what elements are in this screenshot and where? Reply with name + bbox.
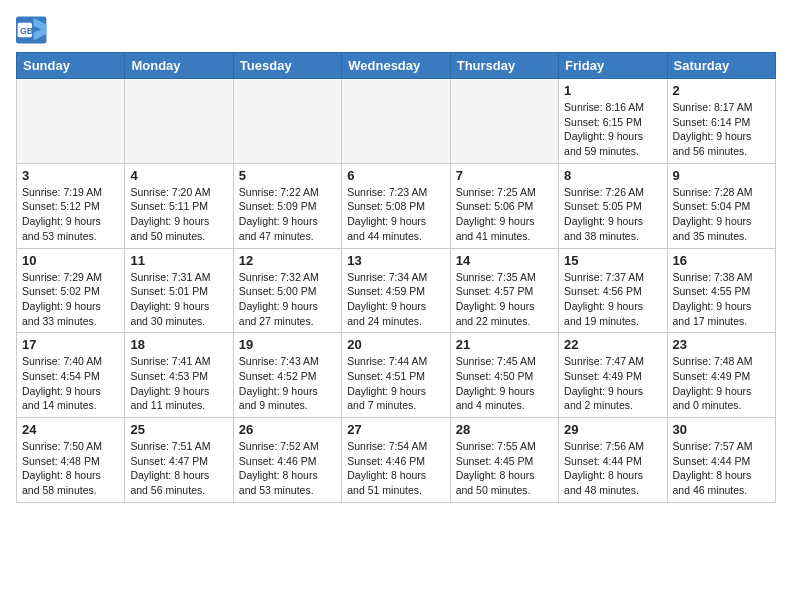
day-info: Sunrise: 7:57 AM Sunset: 4:44 PM Dayligh…: [673, 439, 770, 498]
weekday-header-thursday: Thursday: [450, 53, 558, 79]
calendar-cell: [233, 79, 341, 164]
calendar-cell: 25Sunrise: 7:51 AM Sunset: 4:47 PM Dayli…: [125, 418, 233, 503]
calendar-cell: 13Sunrise: 7:34 AM Sunset: 4:59 PM Dayli…: [342, 248, 450, 333]
day-info: Sunrise: 7:28 AM Sunset: 5:04 PM Dayligh…: [673, 185, 770, 244]
day-number: 5: [239, 168, 336, 183]
calendar-cell: 28Sunrise: 7:55 AM Sunset: 4:45 PM Dayli…: [450, 418, 558, 503]
calendar-cell: 15Sunrise: 7:37 AM Sunset: 4:56 PM Dayli…: [559, 248, 667, 333]
day-info: Sunrise: 7:47 AM Sunset: 4:49 PM Dayligh…: [564, 354, 661, 413]
day-number: 9: [673, 168, 770, 183]
day-number: 8: [564, 168, 661, 183]
calendar-cell: [17, 79, 125, 164]
day-info: Sunrise: 8:17 AM Sunset: 6:14 PM Dayligh…: [673, 100, 770, 159]
week-row-3: 10Sunrise: 7:29 AM Sunset: 5:02 PM Dayli…: [17, 248, 776, 333]
day-info: Sunrise: 7:56 AM Sunset: 4:44 PM Dayligh…: [564, 439, 661, 498]
calendar-cell: 26Sunrise: 7:52 AM Sunset: 4:46 PM Dayli…: [233, 418, 341, 503]
calendar-cell: 17Sunrise: 7:40 AM Sunset: 4:54 PM Dayli…: [17, 333, 125, 418]
day-number: 14: [456, 253, 553, 268]
calendar-cell: 29Sunrise: 7:56 AM Sunset: 4:44 PM Dayli…: [559, 418, 667, 503]
day-number: 11: [130, 253, 227, 268]
week-row-2: 3Sunrise: 7:19 AM Sunset: 5:12 PM Daylig…: [17, 163, 776, 248]
day-number: 17: [22, 337, 119, 352]
weekday-header-saturday: Saturday: [667, 53, 775, 79]
calendar-cell: 22Sunrise: 7:47 AM Sunset: 4:49 PM Dayli…: [559, 333, 667, 418]
day-info: Sunrise: 8:16 AM Sunset: 6:15 PM Dayligh…: [564, 100, 661, 159]
calendar-cell: 19Sunrise: 7:43 AM Sunset: 4:52 PM Dayli…: [233, 333, 341, 418]
day-number: 22: [564, 337, 661, 352]
week-row-4: 17Sunrise: 7:40 AM Sunset: 4:54 PM Dayli…: [17, 333, 776, 418]
weekday-header-friday: Friday: [559, 53, 667, 79]
weekday-header-monday: Monday: [125, 53, 233, 79]
day-info: Sunrise: 7:38 AM Sunset: 4:55 PM Dayligh…: [673, 270, 770, 329]
weekday-header-wednesday: Wednesday: [342, 53, 450, 79]
day-number: 21: [456, 337, 553, 352]
day-number: 24: [22, 422, 119, 437]
calendar-cell: 21Sunrise: 7:45 AM Sunset: 4:50 PM Dayli…: [450, 333, 558, 418]
day-info: Sunrise: 7:29 AM Sunset: 5:02 PM Dayligh…: [22, 270, 119, 329]
calendar-table: SundayMondayTuesdayWednesdayThursdayFrid…: [16, 52, 776, 503]
day-info: Sunrise: 7:34 AM Sunset: 4:59 PM Dayligh…: [347, 270, 444, 329]
calendar-cell: 14Sunrise: 7:35 AM Sunset: 4:57 PM Dayli…: [450, 248, 558, 333]
day-info: Sunrise: 7:48 AM Sunset: 4:49 PM Dayligh…: [673, 354, 770, 413]
day-number: 1: [564, 83, 661, 98]
logo: GB: [16, 16, 52, 44]
day-info: Sunrise: 7:23 AM Sunset: 5:08 PM Dayligh…: [347, 185, 444, 244]
day-info: Sunrise: 7:35 AM Sunset: 4:57 PM Dayligh…: [456, 270, 553, 329]
day-info: Sunrise: 7:54 AM Sunset: 4:46 PM Dayligh…: [347, 439, 444, 498]
day-info: Sunrise: 7:55 AM Sunset: 4:45 PM Dayligh…: [456, 439, 553, 498]
calendar-cell: 5Sunrise: 7:22 AM Sunset: 5:09 PM Daylig…: [233, 163, 341, 248]
day-info: Sunrise: 7:19 AM Sunset: 5:12 PM Dayligh…: [22, 185, 119, 244]
calendar-cell: 6Sunrise: 7:23 AM Sunset: 5:08 PM Daylig…: [342, 163, 450, 248]
page-header: GB: [16, 16, 776, 44]
day-info: Sunrise: 7:50 AM Sunset: 4:48 PM Dayligh…: [22, 439, 119, 498]
calendar-cell: 20Sunrise: 7:44 AM Sunset: 4:51 PM Dayli…: [342, 333, 450, 418]
day-info: Sunrise: 7:51 AM Sunset: 4:47 PM Dayligh…: [130, 439, 227, 498]
day-number: 2: [673, 83, 770, 98]
calendar-cell: 3Sunrise: 7:19 AM Sunset: 5:12 PM Daylig…: [17, 163, 125, 248]
day-info: Sunrise: 7:45 AM Sunset: 4:50 PM Dayligh…: [456, 354, 553, 413]
day-info: Sunrise: 7:25 AM Sunset: 5:06 PM Dayligh…: [456, 185, 553, 244]
week-row-5: 24Sunrise: 7:50 AM Sunset: 4:48 PM Dayli…: [17, 418, 776, 503]
svg-text:GB: GB: [20, 26, 33, 36]
day-number: 28: [456, 422, 553, 437]
day-info: Sunrise: 7:52 AM Sunset: 4:46 PM Dayligh…: [239, 439, 336, 498]
calendar-cell: 4Sunrise: 7:20 AM Sunset: 5:11 PM Daylig…: [125, 163, 233, 248]
day-number: 27: [347, 422, 444, 437]
day-number: 29: [564, 422, 661, 437]
calendar-cell: 8Sunrise: 7:26 AM Sunset: 5:05 PM Daylig…: [559, 163, 667, 248]
day-number: 20: [347, 337, 444, 352]
calendar-cell: 24Sunrise: 7:50 AM Sunset: 4:48 PM Dayli…: [17, 418, 125, 503]
day-info: Sunrise: 7:40 AM Sunset: 4:54 PM Dayligh…: [22, 354, 119, 413]
weekday-header-tuesday: Tuesday: [233, 53, 341, 79]
day-info: Sunrise: 7:43 AM Sunset: 4:52 PM Dayligh…: [239, 354, 336, 413]
calendar-cell: 12Sunrise: 7:32 AM Sunset: 5:00 PM Dayli…: [233, 248, 341, 333]
calendar-cell: 11Sunrise: 7:31 AM Sunset: 5:01 PM Dayli…: [125, 248, 233, 333]
calendar-cell: 9Sunrise: 7:28 AM Sunset: 5:04 PM Daylig…: [667, 163, 775, 248]
calendar-cell: [342, 79, 450, 164]
calendar-cell: 1Sunrise: 8:16 AM Sunset: 6:15 PM Daylig…: [559, 79, 667, 164]
day-number: 10: [22, 253, 119, 268]
day-number: 15: [564, 253, 661, 268]
day-info: Sunrise: 7:31 AM Sunset: 5:01 PM Dayligh…: [130, 270, 227, 329]
calendar-cell: 18Sunrise: 7:41 AM Sunset: 4:53 PM Dayli…: [125, 333, 233, 418]
day-number: 13: [347, 253, 444, 268]
calendar-cell: 27Sunrise: 7:54 AM Sunset: 4:46 PM Dayli…: [342, 418, 450, 503]
day-info: Sunrise: 7:20 AM Sunset: 5:11 PM Dayligh…: [130, 185, 227, 244]
day-number: 18: [130, 337, 227, 352]
calendar-cell: 2Sunrise: 8:17 AM Sunset: 6:14 PM Daylig…: [667, 79, 775, 164]
day-number: 26: [239, 422, 336, 437]
calendar-cell: [450, 79, 558, 164]
calendar-cell: 30Sunrise: 7:57 AM Sunset: 4:44 PM Dayli…: [667, 418, 775, 503]
week-row-1: 1Sunrise: 8:16 AM Sunset: 6:15 PM Daylig…: [17, 79, 776, 164]
logo-icon: GB: [16, 16, 48, 44]
weekday-header-row: SundayMondayTuesdayWednesdayThursdayFrid…: [17, 53, 776, 79]
day-number: 19: [239, 337, 336, 352]
calendar-cell: 10Sunrise: 7:29 AM Sunset: 5:02 PM Dayli…: [17, 248, 125, 333]
calendar-cell: 7Sunrise: 7:25 AM Sunset: 5:06 PM Daylig…: [450, 163, 558, 248]
day-number: 6: [347, 168, 444, 183]
day-number: 7: [456, 168, 553, 183]
day-info: Sunrise: 7:44 AM Sunset: 4:51 PM Dayligh…: [347, 354, 444, 413]
day-info: Sunrise: 7:26 AM Sunset: 5:05 PM Dayligh…: [564, 185, 661, 244]
day-number: 30: [673, 422, 770, 437]
day-info: Sunrise: 7:32 AM Sunset: 5:00 PM Dayligh…: [239, 270, 336, 329]
